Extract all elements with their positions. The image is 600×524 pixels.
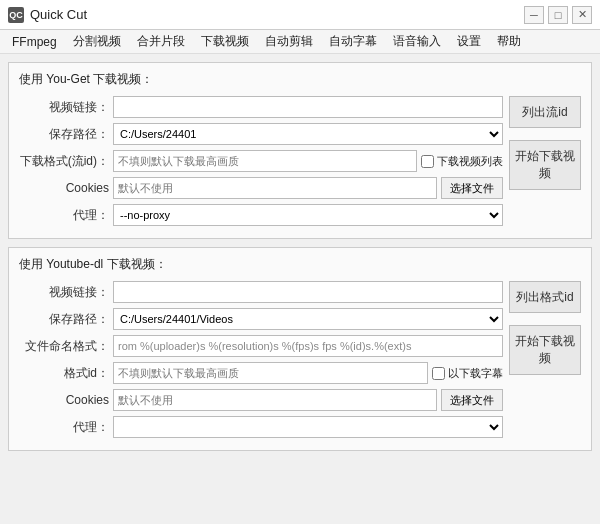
youget-form: 视频链接： 保存路径： C:/Users/24401 下载格式(流id)：	[19, 96, 503, 226]
youtubedl-inner: 视频链接： 保存路径： C:/Users/24401/Videos 文件命名格式…	[19, 281, 581, 438]
youtubedl-path-select[interactable]: C:/Users/24401/Videos	[113, 308, 503, 330]
youget-inner: 视频链接： 保存路径： C:/Users/24401 下载格式(流id)：	[19, 96, 581, 226]
youget-list-stream-btn[interactable]: 列出流id	[509, 96, 581, 128]
youtubedl-path-row: 保存路径： C:/Users/24401/Videos	[19, 308, 503, 330]
maximize-button[interactable]: □	[548, 6, 568, 24]
youget-url-input[interactable]	[113, 96, 503, 118]
youget-cookies-input[interactable]	[113, 177, 437, 199]
content-area: 使用 You-Get 下载视频： 视频链接： 保存路径： C:/Users/24…	[0, 54, 600, 524]
youget-start-download-btn[interactable]: 开始下载视频	[509, 140, 581, 190]
youget-format-input[interactable]	[113, 150, 417, 172]
youtubedl-filename-label: 文件命名格式：	[19, 338, 109, 355]
youget-path-row: 保存路径： C:/Users/24401	[19, 123, 503, 145]
menu-item-自动字幕[interactable]: 自动字幕	[321, 31, 385, 52]
menu-item-自动剪辑[interactable]: 自动剪辑	[257, 31, 321, 52]
youtubedl-section: 使用 Youtube-dl 下载视频： 视频链接： 保存路径： C:/Users…	[8, 247, 592, 451]
youget-cookies-btn[interactable]: 选择文件	[441, 177, 503, 199]
menu-bar: FFmpeg分割视频合并片段下载视频自动剪辑自动字幕语音输入设置帮助	[0, 30, 600, 54]
youget-btn-group: 列出流id 开始下载视频	[509, 96, 581, 226]
youget-proxy-select[interactable]: --no-proxy	[113, 204, 503, 226]
youget-section: 使用 You-Get 下载视频： 视频链接： 保存路径： C:/Users/24…	[8, 62, 592, 239]
youtubedl-btn-group: 列出格式id 开始下载视频	[509, 281, 581, 438]
menu-item-设置[interactable]: 设置	[449, 31, 489, 52]
youtubedl-cookies-btn[interactable]: 选择文件	[441, 389, 503, 411]
menu-item-FFmpeg[interactable]: FFmpeg	[4, 33, 65, 51]
youtubedl-cookies-row: Cookies 选择文件	[19, 389, 503, 411]
youget-url-row: 视频链接：	[19, 96, 503, 118]
youget-cookies-row: Cookies 选择文件	[19, 177, 503, 199]
youtubedl-cookies-input[interactable]	[113, 389, 437, 411]
youget-playlist-label: 下载视频列表	[421, 154, 503, 169]
youget-path-label: 保存路径：	[19, 126, 109, 143]
youget-url-label: 视频链接：	[19, 99, 109, 116]
menu-item-下载视频[interactable]: 下载视频	[193, 31, 257, 52]
title-bar: QC Quick Cut ─ □ ✕	[0, 0, 600, 30]
menu-item-语音输入[interactable]: 语音输入	[385, 31, 449, 52]
youtubedl-path-label: 保存路径：	[19, 311, 109, 328]
youtubedl-url-label: 视频链接：	[19, 284, 109, 301]
close-button[interactable]: ✕	[572, 6, 592, 24]
menu-item-合并片段[interactable]: 合并片段	[129, 31, 193, 52]
minimize-button[interactable]: ─	[524, 6, 544, 24]
title-bar-left: QC Quick Cut	[8, 7, 87, 23]
youtubedl-filename-input[interactable]	[113, 335, 503, 357]
youtubedl-filename-row: 文件命名格式：	[19, 335, 503, 357]
menu-item-帮助[interactable]: 帮助	[489, 31, 529, 52]
youtubedl-subtitle-label: 以下载字幕	[432, 366, 503, 381]
youget-proxy-label: 代理：	[19, 207, 109, 224]
youget-path-select[interactable]: C:/Users/24401	[113, 123, 503, 145]
youtubedl-proxy-select[interactable]	[113, 416, 503, 438]
youget-proxy-row: 代理： --no-proxy	[19, 204, 503, 226]
youtubedl-url-row: 视频链接：	[19, 281, 503, 303]
youtubedl-proxy-row: 代理：	[19, 416, 503, 438]
youtubedl-formatid-row: 格式id： 以下载字幕	[19, 362, 503, 384]
youtubedl-proxy-label: 代理：	[19, 419, 109, 436]
youget-cookies-label: Cookies	[19, 181, 109, 195]
menu-item-分割视频[interactable]: 分割视频	[65, 31, 129, 52]
youtubedl-cookies-label: Cookies	[19, 393, 109, 407]
youget-section-title: 使用 You-Get 下载视频：	[19, 71, 581, 88]
youtubedl-form: 视频链接： 保存路径： C:/Users/24401/Videos 文件命名格式…	[19, 281, 503, 438]
youtubedl-section-title: 使用 Youtube-dl 下载视频：	[19, 256, 581, 273]
youget-format-label: 下载格式(流id)：	[19, 153, 109, 170]
youget-format-row: 下载格式(流id)： 下载视频列表	[19, 150, 503, 172]
youtubedl-list-format-btn[interactable]: 列出格式id	[509, 281, 581, 313]
app-title: Quick Cut	[30, 7, 87, 22]
youtubedl-start-download-btn[interactable]: 开始下载视频	[509, 325, 581, 375]
youtubedl-subtitle-checkbox[interactable]	[432, 367, 445, 380]
app-icon: QC	[8, 7, 24, 23]
youtubedl-formatid-input[interactable]	[113, 362, 428, 384]
youtubedl-formatid-label: 格式id：	[19, 365, 109, 382]
youtubedl-url-input[interactable]	[113, 281, 503, 303]
youget-playlist-checkbox[interactable]	[421, 155, 434, 168]
title-bar-controls: ─ □ ✕	[524, 6, 592, 24]
